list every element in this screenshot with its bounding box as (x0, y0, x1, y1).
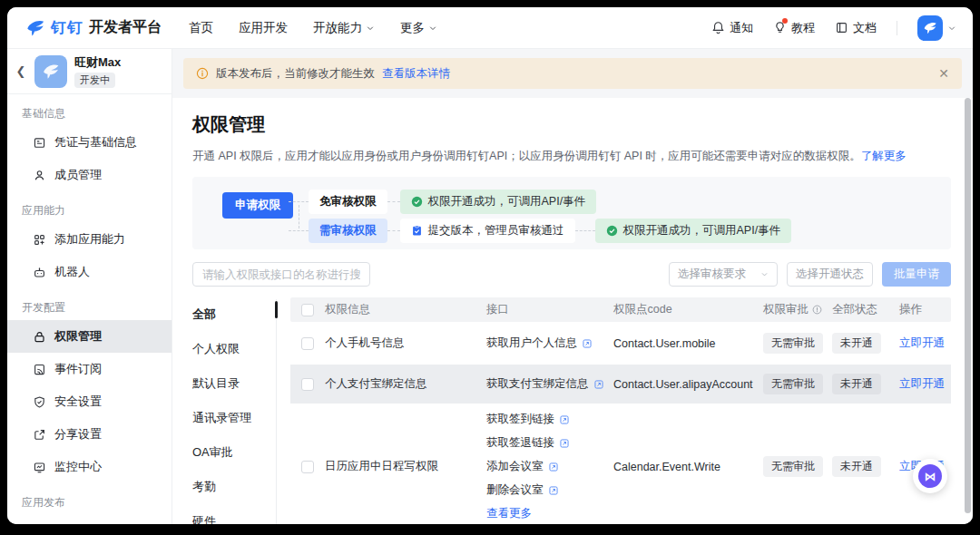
api-link[interactable]: 获取签退链接 (486, 435, 613, 451)
section-basic-info: 基础信息 (7, 94, 172, 126)
view-more-link[interactable]: 查看更多 (486, 506, 613, 521)
sidebar: ❮ 旺财Max 开发中 基础信息 凭证与基础信息 成员管理 应用能力 (7, 49, 172, 524)
sidebar-item-share-settings[interactable]: 分享设置 (7, 418, 172, 451)
success-node: 权限开通成功，可调用API/事件 (595, 219, 792, 243)
flow-connector (387, 230, 400, 231)
permission-table: 权限信息 接口 权限点code 权限审批 全部状态 操作 (290, 297, 951, 524)
review-requirement-select[interactable]: 选择审核要求 (669, 262, 778, 287)
close-icon[interactable]: ✕ (938, 66, 949, 81)
sidebar-item-permissions[interactable]: 权限管理 (7, 320, 172, 353)
review-tag: 无需审批 (763, 374, 823, 394)
batch-apply-button[interactable]: 批量申请 (882, 262, 951, 287)
grid-plus-icon (33, 233, 46, 247)
content: 权限管理 开通 API 权限后，应用才能以应用身份或用户身份调用钉钉API；以应… (172, 98, 973, 524)
status-tag: 未开通 (832, 374, 881, 394)
category-attendance[interactable]: 考勤 (192, 470, 277, 504)
divider (276, 299, 277, 524)
status-tag: 未开通 (832, 456, 881, 477)
apply-permission-button[interactable]: 申请权限 (222, 192, 293, 219)
category-all[interactable]: 全部 (192, 297, 277, 332)
check-circle-icon (411, 196, 423, 208)
api-link[interactable]: 获取用户个人信息 (486, 336, 613, 351)
sidebar-item-add-capability[interactable]: 添加应用能力 (7, 223, 172, 256)
notification-dot (782, 18, 788, 24)
app-status-badge: 开发中 (74, 73, 115, 88)
tutorial-button[interactable]: 教程 (773, 20, 815, 36)
api-doc-icon (548, 462, 559, 472)
category-scrollbar-thumb[interactable] (275, 301, 278, 318)
chevron-down-icon (428, 24, 437, 33)
sidebar-item-monitor-center[interactable]: 监控中心 (7, 451, 172, 483)
robot-icon (33, 266, 46, 279)
flow-connector (387, 201, 400, 202)
filter-row: 选择审核要求 选择开通状态 批量申请 (192, 262, 951, 287)
notification-button[interactable]: 通知 (711, 20, 753, 36)
info-circle-icon[interactable] (812, 305, 822, 315)
chevron-down-icon[interactable] (947, 24, 956, 33)
banner-link[interactable]: 查看版本详情 (382, 66, 450, 82)
help-float-button[interactable]: ⋈ (913, 459, 947, 493)
bell-icon (711, 21, 725, 34)
info-circle-icon (196, 67, 209, 80)
sidebar-item-credentials[interactable]: 凭证与基础信息 (7, 126, 172, 159)
brand-cn: 钉钉 (51, 17, 83, 38)
search-input[interactable] (192, 262, 370, 287)
category-hardware[interactable]: 硬件 (192, 504, 277, 524)
sidebar-item-members[interactable]: 成员管理 (7, 159, 172, 191)
open-status-select[interactable]: 选择开通状态 (787, 262, 873, 287)
nav-more[interactable]: 更多 (400, 20, 437, 36)
person-icon (33, 169, 46, 182)
main-scrollbar (965, 94, 971, 517)
category-oa[interactable]: OA审批 (192, 435, 277, 470)
divider (897, 21, 897, 35)
docs-button[interactable]: 文档 (835, 20, 877, 36)
table-row: 个人手机号信息 获取用户个人信息 Contact.User.mobile 无需审… (290, 322, 951, 365)
table-header: 权限信息 接口 权限点code 权限审批 全部状态 操作 (290, 297, 951, 322)
app-avatar[interactable] (34, 55, 67, 88)
no-review-node: 免审核权限 (309, 190, 387, 214)
sidebar-item-security[interactable]: 安全设置 (7, 385, 172, 418)
nav-app-dev[interactable]: 应用开发 (239, 20, 288, 36)
shield-check-icon (33, 395, 46, 409)
app-window: 钉钉 开发者平台 首页 应用开发 开放能力 更多 通知 教程 (7, 7, 973, 524)
table-row: 日历应用中日程写权限 获取签到链接 获取签退链接 添加会议室 删除会议室 (290, 404, 951, 524)
category-default[interactable]: 默认目录 (192, 366, 277, 401)
api-link[interactable]: 获取支付宝绑定信息 (486, 376, 613, 392)
category-personal[interactable]: 个人权限 (192, 332, 277, 366)
category-list: 全部 个人权限 默认目录 通讯录管理 OA审批 考勤 硬件 (192, 297, 277, 524)
nav-home[interactable]: 首页 (189, 20, 213, 36)
banner-text: 版本发布后，当前修改才能生效 (216, 66, 375, 82)
user-avatar[interactable] (917, 15, 943, 41)
back-chevron-icon[interactable]: ❮ (15, 64, 27, 78)
banner-band: 版本发布后，当前修改才能生效 查看版本详情 ✕ (172, 49, 973, 98)
row-checkbox[interactable] (301, 461, 314, 473)
top-navbar: 钉钉 开发者平台 首页 应用开发 开放能力 更多 通知 教程 (7, 7, 973, 49)
sidebar-item-event-subscription[interactable]: 事件订阅 (7, 353, 172, 385)
learn-more-link[interactable]: 了解更多 (861, 150, 906, 162)
flow-connector (289, 201, 309, 202)
section-capabilities: 应用能力 (7, 191, 172, 223)
nav-open-capability[interactable]: 开放能力 (313, 20, 375, 36)
row-checkbox[interactable] (301, 378, 314, 391)
api-link[interactable]: 删除会议室 (486, 482, 613, 498)
row-checkbox[interactable] (301, 337, 314, 350)
select-all-checkbox[interactable] (301, 304, 314, 316)
event-doc-icon (33, 363, 46, 376)
category-contacts[interactable]: 通讯录管理 (192, 401, 277, 435)
document-icon (835, 21, 848, 34)
id-card-icon (33, 136, 46, 150)
clipboard-check-icon (411, 225, 423, 237)
api-link[interactable]: 添加会议室 (486, 459, 613, 474)
sidebar-item-robot[interactable]: 机器人 (7, 256, 172, 288)
page-title: 权限管理 (192, 112, 951, 137)
main-scrollbar-thumb[interactable] (965, 98, 971, 513)
dingtalk-wing-icon (25, 18, 45, 38)
sidebar-item-version-release[interactable]: 版本管理与发布 (7, 515, 172, 524)
brand-logo[interactable]: 钉钉 开发者平台 (25, 17, 162, 38)
chevron-down-icon (366, 24, 375, 33)
open-now-link[interactable]: 立即开通 (899, 336, 945, 349)
need-review-node: 需审核权限 (309, 219, 387, 243)
open-now-link[interactable]: 立即开通 (899, 377, 945, 390)
api-doc-icon (582, 338, 593, 349)
api-link[interactable]: 获取签到链接 (486, 412, 613, 427)
